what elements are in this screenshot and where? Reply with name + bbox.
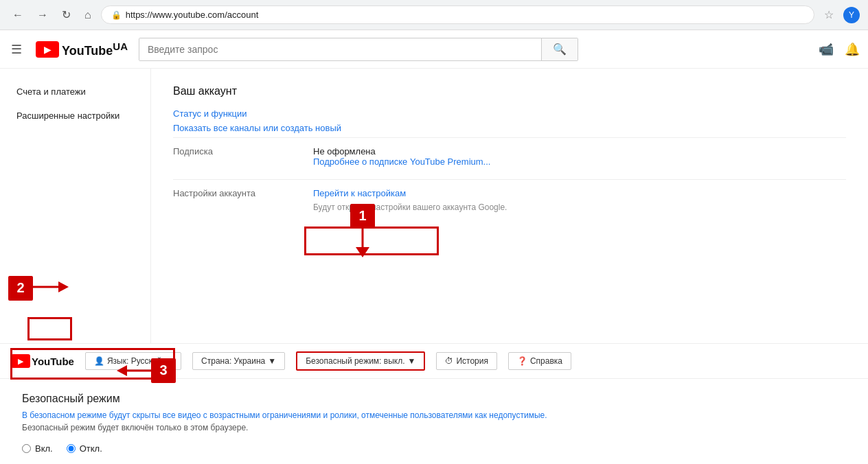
radio-off-label[interactable]: Откл. xyxy=(67,443,102,454)
settings-value-block: Перейти к настройкам Будут открыты настр… xyxy=(313,188,507,212)
hamburger-icon[interactable]: ☰ xyxy=(8,39,25,60)
subscription-row: Подписка Не оформлена Подробнее о подпис… xyxy=(173,137,846,179)
chevron-down-icon-2: ▼ xyxy=(268,356,276,366)
content-area: Ваш аккаунт Статус и функции Показать вс… xyxy=(151,69,868,343)
safe-mode-section: Безопасный режим В безопасном режиме буд… xyxy=(0,379,868,464)
history-button[interactable]: ⏱ История xyxy=(436,352,497,370)
page-title: Ваш аккаунт xyxy=(173,85,846,97)
sidebar-item-advanced[interactable]: Расширенные настройки xyxy=(0,104,150,128)
yt-bottom-bar: ▶ YouTube 👤 Язык: Русский ▼ Страна: Укра… xyxy=(0,343,868,379)
chevron-down-icon: ▼ xyxy=(164,356,172,366)
user-icon: 👤 xyxy=(94,356,104,366)
yt-bottom-play-icon: ▶ xyxy=(18,357,23,366)
yt-header: ☰ ▶ YouTubeUA 🔍 📹 🔔 xyxy=(0,30,868,69)
search-input[interactable] xyxy=(139,38,541,60)
url-text: https://www.youtube.com/account xyxy=(126,10,259,20)
yt-bottom-logo-text: YouTube xyxy=(32,356,74,367)
sidebar-item-payments[interactable]: Счета и платежи xyxy=(0,80,150,104)
video-camera-icon[interactable]: 📹 xyxy=(819,42,834,57)
safe-mode-desc2: Безопасный режим будет включён только в … xyxy=(22,423,846,432)
page-wrapper: ← → ↻ ⌂ 🔒 https://www.youtube.com/accoun… xyxy=(0,0,868,464)
home-button[interactable]: ⌂ xyxy=(80,6,95,24)
back-button[interactable]: ← xyxy=(8,6,27,24)
settings-desc: Будут открыты настройки вашего аккаунта … xyxy=(313,202,507,212)
bookmark-icon[interactable]: ☆ xyxy=(820,5,838,24)
yt-bottom-logo[interactable]: ▶ YouTube xyxy=(11,354,74,368)
yt-logo-icon: ▶ xyxy=(36,41,59,58)
yt-logo[interactable]: ▶ YouTubeUA xyxy=(36,40,128,58)
radio-on[interactable] xyxy=(22,444,31,453)
sidebar: Счета и платежи Расширенные настройки xyxy=(0,69,151,343)
forward-button[interactable]: → xyxy=(33,6,52,24)
safe-mode-title: Безопасный режим xyxy=(22,393,120,405)
status-link[interactable]: Статус и функции xyxy=(173,108,846,119)
lock-icon: 🔒 xyxy=(111,10,122,20)
search-bar: 🔍 xyxy=(139,38,578,61)
avatar: Y xyxy=(843,7,860,23)
safe-mode-button[interactable]: Безопасный режим: выкл. ▼ xyxy=(296,351,425,371)
language-button[interactable]: 👤 Язык: Русский ▼ xyxy=(85,352,181,370)
settings-row: Настройки аккаунта Перейти к настройкам … xyxy=(173,179,846,220)
yt-logo-text: YouTubeUA xyxy=(62,40,128,58)
radio-on-label[interactable]: Вкл. xyxy=(22,443,53,454)
settings-link[interactable]: Перейти к настройкам xyxy=(313,188,507,198)
safe-mode-wrapper: Безопасный режим: выкл. ▼ xyxy=(296,351,425,371)
search-button[interactable]: 🔍 xyxy=(541,38,578,60)
chevron-down-icon-3: ▼ xyxy=(408,356,416,366)
browser-chrome: ← → ↻ ⌂ 🔒 https://www.youtube.com/accoun… xyxy=(0,0,868,30)
history-icon: ⏱ xyxy=(445,356,453,366)
help-button[interactable]: ❓ Справка xyxy=(508,352,571,370)
subscription-value: Не оформлена xyxy=(313,146,490,156)
notification-icon[interactable]: 🔔 xyxy=(845,42,860,57)
refresh-button[interactable]: ↻ xyxy=(58,5,75,24)
safe-mode-radio-group: Вкл. Откл. xyxy=(22,443,846,454)
settings-label: Настройки аккаунта xyxy=(173,188,297,212)
safe-mode-desc1: В безопасном режиме будут скрыты все вид… xyxy=(22,410,846,420)
country-button[interactable]: Страна: Украина ▼ xyxy=(192,352,285,370)
yt-bottom-logo-icon: ▶ xyxy=(11,354,30,368)
subscription-label: Подписка xyxy=(173,146,297,171)
subscription-value-block: Не оформлена Подробнее о подписке YouTub… xyxy=(313,146,490,171)
yt-logo-sup: UA xyxy=(113,40,128,52)
help-icon: ❓ xyxy=(517,356,527,366)
radio-off[interactable] xyxy=(67,444,76,453)
address-bar: 🔒 https://www.youtube.com/account xyxy=(101,5,814,24)
channels-link[interactable]: Показать все каналы или создать новый xyxy=(173,123,846,133)
main-layout: Счета и платежи Расширенные настройки Ва… xyxy=(0,69,868,343)
header-icons: 📹 🔔 xyxy=(819,42,860,57)
yt-play-icon: ▶ xyxy=(44,44,52,55)
premium-link[interactable]: Подробнее о подписке YouTube Premium... xyxy=(313,156,490,167)
